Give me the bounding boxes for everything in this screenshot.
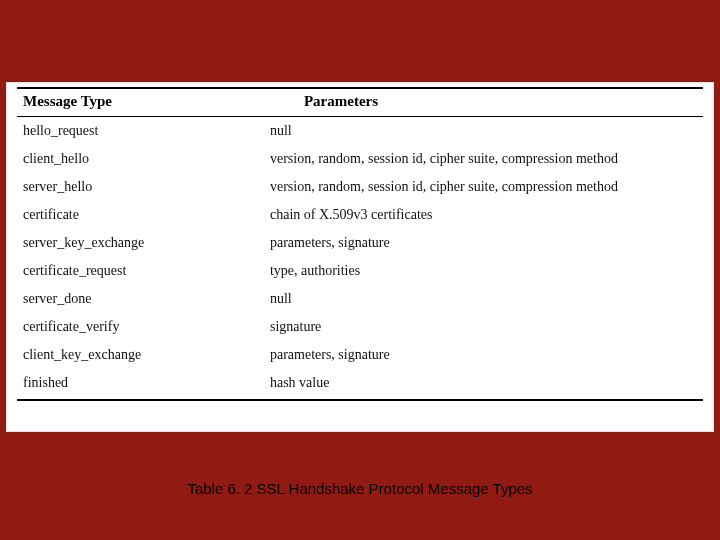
cell-parameters: type, authorities — [264, 257, 703, 285]
cell-message-type: server_done — [17, 285, 264, 313]
cell-message-type: server_key_exchange — [17, 229, 264, 257]
cell-message-type: client_key_exchange — [17, 341, 264, 369]
cell-message-type: certificate — [17, 201, 264, 229]
cell-parameters: parameters, signature — [264, 341, 703, 369]
cell-parameters: version, random, session id, cipher suit… — [264, 173, 703, 201]
table-row: server_key_exchange parameters, signatur… — [17, 229, 703, 257]
table-row: finished hash value — [17, 369, 703, 400]
col-header-parameters: Parameters — [264, 88, 703, 117]
cell-parameters: hash value — [264, 369, 703, 400]
cell-message-type: finished — [17, 369, 264, 400]
table-row: server_hello version, random, session id… — [17, 173, 703, 201]
cell-message-type: client_hello — [17, 145, 264, 173]
table-row: certificate_request type, authorities — [17, 257, 703, 285]
table-header-row: Message Type Parameters — [17, 88, 703, 117]
cell-message-type: server_hello — [17, 173, 264, 201]
ssl-handshake-table: Message Type Parameters hello_request nu… — [17, 87, 703, 401]
cell-message-type: certificate_request — [17, 257, 264, 285]
cell-parameters: null — [264, 285, 703, 313]
table-row: certificate chain of X.509v3 certificate… — [17, 201, 703, 229]
table-row: client_key_exchange parameters, signatur… — [17, 341, 703, 369]
table-caption: Table 6. 2 SSL Handshake Protocol Messag… — [0, 480, 720, 497]
cell-parameters: null — [264, 117, 703, 146]
cell-parameters: chain of X.509v3 certificates — [264, 201, 703, 229]
cell-message-type: hello_request — [17, 117, 264, 146]
table-row: hello_request null — [17, 117, 703, 146]
table-row: server_done null — [17, 285, 703, 313]
cell-parameters: parameters, signature — [264, 229, 703, 257]
table-row: certificate_verify signature — [17, 313, 703, 341]
table-panel: Message Type Parameters hello_request nu… — [6, 82, 714, 432]
table-row: client_hello version, random, session id… — [17, 145, 703, 173]
cell-parameters: version, random, session id, cipher suit… — [264, 145, 703, 173]
cell-parameters: signature — [264, 313, 703, 341]
col-header-message-type: Message Type — [17, 88, 264, 117]
cell-message-type: certificate_verify — [17, 313, 264, 341]
